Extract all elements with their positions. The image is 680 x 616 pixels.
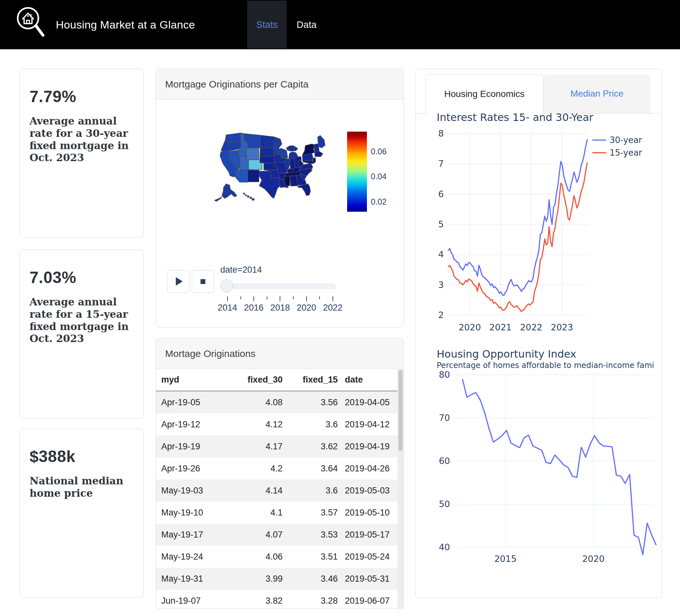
table-cell: 3.6 <box>285 479 340 502</box>
slider-tick <box>267 296 267 299</box>
stat-card-15yr: 7.03% Average annual rate for a 15-year … <box>20 250 144 418</box>
legend-label: 15-year <box>610 148 642 157</box>
table-cell: May-19-03 <box>156 479 226 502</box>
state-MD-DE[interactable] <box>303 160 314 164</box>
table-cell: 2019-04-26 <box>340 458 404 479</box>
y-tick-label: 70 <box>439 413 450 423</box>
slider-tick <box>227 296 228 301</box>
table-row: Apr-19-264.23.642019-04-26 <box>156 458 404 479</box>
table-scrollbar[interactable] <box>397 369 404 609</box>
table-cell: May-19-17 <box>156 524 226 546</box>
table-cell: 3.28 <box>285 590 340 609</box>
state-AK[interactable] <box>222 184 237 198</box>
table-cell: 4.06 <box>226 546 285 568</box>
y-tick-label: 60 <box>439 456 450 466</box>
state-WA[interactable] <box>225 133 242 142</box>
table-cell: 3.46 <box>285 568 340 590</box>
map-card: Mortgage Originations per Capita <box>156 69 404 327</box>
state-MS[interactable] <box>284 176 290 186</box>
x-tick-label: 2022 <box>520 322 542 332</box>
state-MA-CT-RI[interactable] <box>315 151 323 156</box>
series-30-year <box>448 140 587 296</box>
stat-value-30yr: 7.79% <box>30 87 134 106</box>
stat-value-median-price: $388k <box>30 447 134 466</box>
table-cell: 4.2 <box>226 458 285 479</box>
housing-opportunity-chart: Housing Opportunity IndexPercentage of h… <box>435 334 662 587</box>
table-row: Jun-19-073.823.282019-06-07 <box>156 590 404 609</box>
table-row: May-19-104.13.572019-05-10 <box>156 502 404 524</box>
slider-tick <box>319 296 320 299</box>
table-card-title: Mortage Originations <box>156 339 404 369</box>
state-VT-NH[interactable] <box>314 144 319 152</box>
play-button[interactable] <box>167 270 190 293</box>
table-row: May-19-313.993.462019-05-31 <box>156 568 404 590</box>
x-tick-label: 2015 <box>494 554 517 564</box>
stat-desc-30yr: Average annual rate for a 30-year fixed … <box>30 115 130 164</box>
x-tick-label: 2020 <box>582 554 605 564</box>
table-cell: 3.57 <box>285 502 340 524</box>
slider-tick-label: 2016 <box>239 303 268 313</box>
tab-housing-economics[interactable]: Housing Economics <box>425 74 543 114</box>
date-slider-handle[interactable] <box>220 280 233 292</box>
table-cell: Apr-19-19 <box>156 435 226 458</box>
house-magnifier-logo-icon <box>12 4 48 46</box>
table-cell: 3.64 <box>285 458 340 479</box>
map-card-title: Mortgage Originations per Capita <box>156 69 404 99</box>
state-SD[interactable] <box>260 148 275 156</box>
chart-title: Housing Opportunity Index <box>437 348 576 360</box>
table-cell: 3.53 <box>285 524 340 546</box>
table-row: May-19-034.143.62019-05-03 <box>156 479 404 502</box>
y-tick-label: 5 <box>438 219 444 229</box>
play-icon <box>176 277 183 286</box>
table-cell: May-19-31 <box>156 568 226 590</box>
stop-button[interactable] <box>192 270 214 293</box>
y-tick-label: 40 <box>439 542 450 552</box>
y-tick-label: 4 <box>438 249 444 259</box>
interest-rates-chart: Interest Rates 15- and 30-Year2345678202… <box>435 97 662 344</box>
state-MI-upper[interactable] <box>286 146 298 151</box>
slider-tick-label: 2018 <box>265 303 294 313</box>
state-ND[interactable] <box>260 135 274 148</box>
state-FL[interactable] <box>298 184 310 196</box>
state-AZ[interactable] <box>235 170 248 182</box>
legend-label: 30-year <box>610 135 642 145</box>
state-AK-aleutians[interactable] <box>215 197 222 201</box>
state-WY[interactable] <box>246 148 259 160</box>
slider-tick <box>306 296 307 301</box>
date-slider-track[interactable] <box>221 284 336 289</box>
y-tick-label: 2 <box>438 310 444 320</box>
table-cell: 2019-05-24 <box>340 546 404 568</box>
state-HI[interactable] <box>243 193 255 200</box>
stat-desc-median-price: National median home price <box>30 475 130 500</box>
x-tick-label: 2020 <box>459 322 481 332</box>
table-cell: 3.82 <box>226 590 285 609</box>
table-cell: 2019-04-05 <box>340 391 404 413</box>
col-header-fixed15: fixed_15 <box>285 369 340 391</box>
table-scrollbar-thumb[interactable] <box>398 370 403 451</box>
table-cell: 3.56 <box>285 391 340 413</box>
table-row: Apr-19-054.083.562019-04-05 <box>156 391 404 413</box>
colorbar-label-mid: 0.04 <box>371 172 387 181</box>
slider-date-label: date=2014 <box>220 265 262 275</box>
nav-tab-data[interactable]: Data <box>287 1 327 49</box>
y-tick-label: 6 <box>438 189 444 199</box>
table-cell: 3.62 <box>285 435 340 458</box>
table-cell: 3.6 <box>285 413 340 435</box>
chart-subtitle: Percentage of homes affordable to median… <box>437 361 654 370</box>
table-cell: 2019-06-07 <box>340 590 404 609</box>
col-header-myd: myd <box>156 369 226 391</box>
x-tick-label: 2021 <box>489 322 512 332</box>
nav-tab-stats[interactable]: Stats <box>247 1 287 49</box>
table-cell: 2019-04-19 <box>340 435 404 458</box>
stat-desc-15yr: Average annual rate for a 15-year fixed … <box>30 296 130 345</box>
table-row: Apr-19-124.123.62019-04-12 <box>156 413 404 435</box>
table-card: Mortage Originations myd fixed_30 fixed_… <box>156 338 404 609</box>
us-choropleth-map <box>205 112 341 219</box>
table-cell: 4.1 <box>226 502 285 524</box>
colorbar-gradient <box>347 131 367 212</box>
slider-tick <box>333 296 333 301</box>
state-NM[interactable] <box>248 170 259 182</box>
slider-tick-label: 2014 <box>213 303 242 313</box>
state-NY[interactable] <box>302 144 315 155</box>
table-cell: 3.99 <box>226 568 285 590</box>
